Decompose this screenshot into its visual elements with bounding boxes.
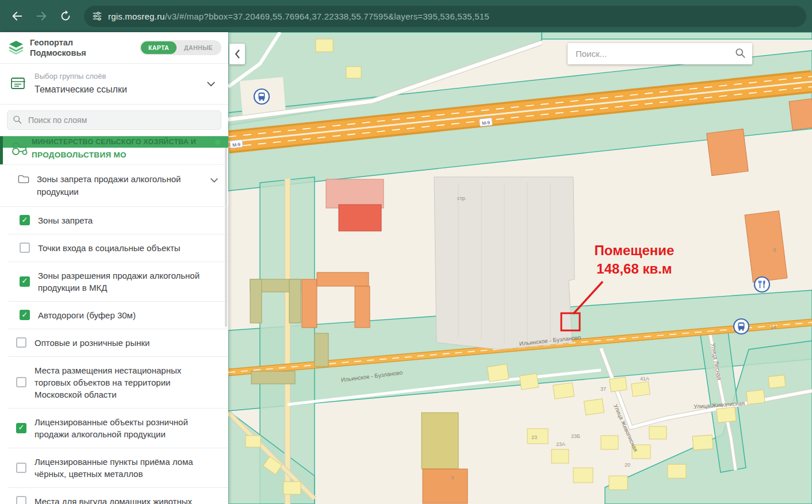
svg-text:М-9: М-9: [482, 120, 491, 126]
reload-icon: [59, 10, 72, 22]
layer-group-value: Тематические ссылки: [35, 84, 127, 95]
house-number: 23: [531, 434, 537, 440]
tractor-icon: [10, 141, 29, 156]
transit-stop-icon[interactable]: [734, 319, 749, 334]
alcohol-sublayers: Зоны запрета Точки входа в социальные об…: [8, 207, 228, 329]
layer-checkbox-row[interactable]: Места для выгула домашних животных: [8, 488, 228, 504]
layer-group-icon: [10, 76, 25, 90]
url-host: rgis.mosreg.ru: [108, 11, 165, 21]
layer-label: Зоны запрета: [38, 214, 93, 226]
checkbox[interactable]: [20, 243, 30, 253]
map-canvas[interactable]: стр.: [228, 32, 812, 504]
layer-checkbox-row[interactable]: Автодороги (буфер 30м): [8, 302, 228, 329]
layer-checkbox-row[interactable]: Зоны запрета: [8, 207, 228, 234]
house-number: 41А: [640, 376, 649, 382]
layer-checkbox-row[interactable]: Точки входа в социальные объекты: [8, 234, 228, 262]
layer-checkbox-row[interactable]: Зоны разрешения продажи алкогольной прод…: [8, 262, 228, 302]
house-number: 8: [773, 247, 776, 253]
address-bar[interactable]: rgis.mosreg.ru/v3/#/map?bbox=37.20469,55…: [84, 6, 806, 27]
house-number: 23А: [556, 441, 565, 447]
sidebar-header: Геопортал Подмосковья КАРТА ДАННЫЕ: [0, 32, 228, 63]
transit-stop-icon[interactable]: [254, 89, 269, 104]
layer-search-input[interactable]: [7, 110, 221, 130]
map-area[interactable]: стр.: [228, 32, 812, 504]
area-label: стр.: [457, 195, 466, 201]
tab-map[interactable]: КАРТА: [141, 41, 177, 54]
checkbox[interactable]: [16, 377, 26, 387]
chevron-down-icon: [206, 81, 216, 87]
layer-list: МИНИСТЕРСТВО СЕЛЬСКОГО ХОЗЯЙСТВА И ПРОДО…: [0, 136, 228, 504]
sidebar-collapse-button[interactable]: [229, 44, 245, 64]
layer-label: Места размещения нестационарных торговых…: [35, 364, 219, 401]
annotation-area: 148,68 кв.м: [596, 261, 672, 276]
checkbox[interactable]: [16, 423, 26, 433]
folder-icon: [18, 175, 29, 184]
ministry-group-header[interactable]: МИНИСТЕРСТВО СЕЛЬСКОГО ХОЗЯЙСТВА И ПРОДО…: [0, 136, 228, 164]
alcohol-group-label: Зоны запрета продажи алкогольной продукц…: [37, 174, 181, 197]
layer-group-text: Выбор группы слоёв Тематические ссылки: [35, 72, 127, 95]
layer-label: Зоны разрешения продажи алкогольной прод…: [38, 270, 219, 294]
forward-arrow-icon: [35, 10, 48, 22]
alcohol-zones-group[interactable]: Зоны запрета продажи алкогольной продукц…: [0, 164, 228, 207]
map-search-box: [568, 43, 752, 64]
layer-status-dot: [215, 140, 220, 145]
layer-label: Места для выгула домашних животных: [35, 495, 192, 504]
layer-label: Лицензированные объекты розничной продаж…: [35, 416, 219, 440]
road-badge: М-9: [479, 118, 492, 126]
map-search-input[interactable]: [568, 43, 752, 64]
layer-search-row: [0, 105, 228, 136]
search-icon: [13, 115, 22, 125]
chevron-down-icon: [210, 178, 219, 183]
checkbox[interactable]: [16, 463, 26, 473]
forward-button[interactable]: [31, 6, 52, 26]
road-badge: М-9: [229, 140, 243, 148]
checkbox[interactable]: [20, 310, 30, 320]
geoportal-logo-icon: [8, 40, 24, 55]
svg-text:М-9: М-9: [232, 142, 241, 148]
browser-toolbar: rgis.mosreg.ru/v3/#/map?bbox=37.20469,55…: [0, 0, 812, 32]
layer-checkbox-row[interactable]: Лицензированные пункты приёма лома чёрны…: [8, 448, 228, 488]
search-icon[interactable]: [735, 48, 746, 59]
layer-label: Оптовые и розничные рынки: [35, 337, 150, 349]
checkbox[interactable]: [16, 337, 26, 348]
url-text: rgis.mosreg.ru/v3/#/map?bbox=37.20469,55…: [108, 11, 489, 21]
house-number: 23Б: [571, 433, 580, 439]
annotation-title: Помещение: [595, 243, 675, 258]
layers-sidebar: Геопортал Подмосковья КАРТА ДАННЫЕ Выбор…: [0, 32, 228, 504]
house-number: 20: [625, 462, 630, 468]
ministry-highlight-bar: МИНИСТЕРСТВО СЕЛЬСКОГО ХОЗЯЙСТВА И: [3, 136, 228, 148]
layer-checkbox-row[interactable]: Оптовые и розничные рынки: [8, 329, 228, 357]
ministry-title-line1: МИНИСТЕРСТВО СЕЛЬСКОГО ХОЗЯЙСТВА И: [32, 138, 196, 146]
back-button[interactable]: [7, 6, 28, 26]
view-toggle: КАРТА ДАННЫЕ: [140, 40, 221, 55]
house-number: 9: [451, 475, 454, 480]
back-arrow-icon: [11, 10, 24, 22]
app-title: Геопортал Подмосковья: [30, 37, 86, 58]
reload-button[interactable]: [55, 6, 76, 26]
layer-checkbox-row[interactable]: Лицензированные объекты розничной продаж…: [8, 409, 228, 448]
layer-label: Точки входа в социальные объекты: [38, 242, 181, 254]
url-path: /v3/#/map?bbox=37.20469,55.76964,37.2233…: [165, 11, 489, 21]
site-settings-icon[interactable]: [92, 11, 102, 21]
chevron-left-icon: [233, 49, 242, 59]
layer-label: Лицензированные пункты приёма лома чёрны…: [35, 456, 219, 480]
house-number: 37: [600, 386, 606, 392]
layer-group-selector[interactable]: Выбор группы слоёв Тематические ссылки: [0, 63, 228, 105]
house-number: 14: [771, 324, 776, 330]
ministry-title-line2: ПРОДОВОЛЬСТВИЯ МО: [3, 151, 228, 159]
checkbox[interactable]: [16, 496, 26, 504]
layer-label: Автодороги (буфер 30м): [38, 309, 136, 321]
layer-group-label: Выбор группы слоёв: [35, 72, 127, 80]
construction-area: стр.: [434, 177, 574, 349]
tab-data[interactable]: ДАННЫЕ: [177, 41, 220, 54]
layer-checkbox-row[interactable]: Места размещения нестационарных торговых…: [8, 357, 228, 409]
checkbox[interactable]: [20, 215, 30, 225]
restaurant-icon[interactable]: [754, 277, 769, 292]
checkbox[interactable]: [20, 276, 30, 287]
